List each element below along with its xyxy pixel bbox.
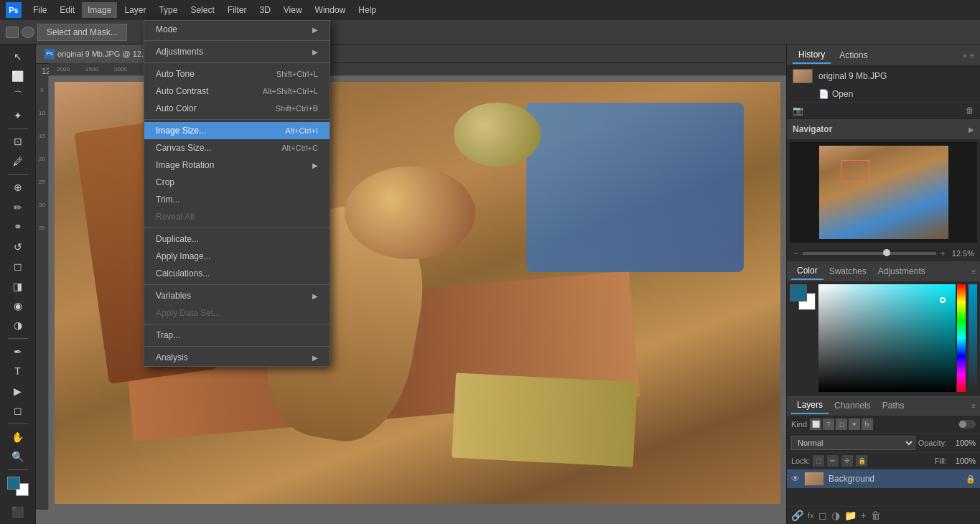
tool-pen[interactable]: ✒	[6, 342, 30, 360]
filter-smart-btn[interactable]: ✦	[849, 418, 860, 430]
menu-item-auto-color[interactable]: Auto Color Shift+Ctrl+B	[144, 100, 330, 117]
tab-layers[interactable]: Layers	[791, 397, 829, 414]
lock-image-btn[interactable]: ✏	[827, 455, 839, 467]
menu-item-crop[interactable]: Crop	[144, 174, 330, 191]
menu-item-auto-contrast[interactable]: Auto Contrast Alt+Shift+Ctrl+L	[144, 83, 330, 100]
panel-menu-btn[interactable]: ≡	[970, 51, 974, 60]
tool-shape[interactable]: ◻	[6, 401, 30, 419]
menu-layer[interactable]: Layer	[118, 2, 151, 18]
menu-type[interactable]: Type	[153, 2, 183, 18]
menu-file[interactable]: File	[27, 2, 52, 18]
menu-item-canvas-size[interactable]: Canvas Size... Alt+Ctrl+C	[144, 139, 330, 156]
color-spectrum-area[interactable]	[818, 284, 977, 392]
layer-item-background[interactable]: 👁 Background 🔒	[787, 469, 980, 488]
tool-text[interactable]: T	[6, 362, 30, 380]
menu-item-image-rotation[interactable]: Image Rotation ▶	[144, 156, 330, 174]
filter-effect-btn[interactable]: fx	[862, 418, 873, 430]
tab-channels[interactable]: Channels	[829, 398, 877, 413]
tool-hand[interactable]: ✋	[6, 428, 30, 446]
tool-history-brush[interactable]: ↺	[6, 238, 30, 256]
tool-screen-mode[interactable]: ⬛	[6, 503, 30, 521]
layer-mask-btn[interactable]: ◻	[818, 510, 827, 521]
tool-move[interactable]: ↖	[6, 47, 30, 65]
tool-crop[interactable]: ⊡	[6, 133, 30, 151]
color-gradient-box[interactable]	[818, 284, 956, 392]
tab-history[interactable]: History	[793, 47, 831, 64]
menu-item-image-size[interactable]: Image Size... Alt+Ctrl+I	[144, 122, 330, 139]
menu-edit[interactable]: Edit	[54, 2, 80, 18]
menu-item-variables[interactable]: Variables ▶	[144, 287, 330, 304]
menu-item-trim[interactable]: Trim...	[144, 191, 330, 208]
history-camera-btn[interactable]: 🗑	[966, 106, 974, 116]
toolbar-shape-rect[interactable]	[6, 27, 19, 38]
history-action-open[interactable]: 📄 Open	[787, 86, 980, 102]
select-and-mask-button[interactable]: Select and Mask...	[37, 24, 127, 41]
menu-select[interactable]: Select	[185, 2, 220, 18]
menu-view[interactable]: View	[278, 2, 308, 18]
menu-item-auto-tone[interactable]: Auto Tone Shift+Ctrl+L	[144, 65, 330, 83]
color-picker-point[interactable]	[940, 297, 946, 303]
tool-eyedropper[interactable]: 🖉	[6, 152, 30, 170]
menu-item-duplicate[interactable]: Duplicate...	[144, 230, 330, 248]
color-panel-menu[interactable]: ≡	[971, 268, 976, 276]
zoom-handle[interactable]	[883, 249, 890, 256]
menu-item-adjustments[interactable]: Adjustments ▶	[144, 43, 330, 60]
zoom-slider[interactable]	[803, 252, 936, 255]
tool-brush[interactable]: ✏	[6, 198, 30, 216]
layer-delete-btn[interactable]: 🗑	[871, 510, 881, 521]
opacity-value[interactable]: 100%	[950, 439, 976, 447]
menu-item-analysis[interactable]: Analysis ▶	[144, 349, 330, 366]
tool-lasso[interactable]: ⌒	[6, 87, 30, 105]
tool-gradient[interactable]: ◨	[6, 277, 30, 295]
layer-fx-btn[interactable]: fx	[808, 511, 814, 520]
tool-path-select[interactable]: ▶	[6, 382, 30, 400]
tab-adjustments[interactable]: Adjustments	[872, 263, 931, 279]
lock-transparent-btn[interactable]: ⬚	[813, 455, 824, 467]
menu-image[interactable]: Image	[82, 2, 117, 18]
navigator-collapse-btn[interactable]: ▶	[969, 126, 974, 134]
foreground-background-colors[interactable]	[6, 475, 30, 497]
toolbar-shape-circle[interactable]	[22, 27, 34, 38]
menu-help[interactable]: Help	[353, 2, 382, 18]
tool-magic-wand[interactable]: ✦	[6, 106, 30, 124]
tool-eraser[interactable]: ◻	[6, 257, 30, 275]
tool-clone[interactable]: ⚭	[6, 217, 30, 235]
layer-eye-icon[interactable]: 👁	[791, 474, 800, 484]
menu-window[interactable]: Window	[309, 2, 352, 18]
tool-marquee[interactable]: ⬜	[6, 67, 30, 85]
tool-dodge[interactable]: ◑	[6, 317, 30, 334]
layer-new-btn[interactable]: +	[861, 510, 867, 521]
menu-item-apply-image[interactable]: Apply Image...	[144, 248, 330, 265]
menu-item-mode[interactable]: Mode ▶	[144, 21, 330, 38]
panel-expand-btn[interactable]: »	[962, 51, 966, 60]
menu-item-calculations[interactable]: Calculations...	[144, 265, 330, 282]
menu-3d[interactable]: 3D	[253, 2, 276, 18]
fill-value[interactable]: 100%	[950, 457, 976, 465]
history-snapshot-btn[interactable]: 📷	[793, 106, 803, 116]
lock-position-btn[interactable]: ✛	[841, 455, 853, 467]
filter-toggle[interactable]	[958, 420, 976, 429]
layer-adjust-btn[interactable]: ◑	[831, 510, 840, 521]
layer-link-btn[interactable]: 🔗	[791, 510, 803, 521]
filter-shape-btn[interactable]: ◻	[836, 418, 847, 430]
menu-filter[interactable]: Filter	[222, 2, 253, 18]
blend-mode-select[interactable]: Normal	[791, 436, 915, 450]
filter-text-btn[interactable]: T	[823, 418, 834, 430]
lock-all-btn[interactable]: 🔒	[856, 455, 867, 467]
tool-blur[interactable]: ◉	[6, 296, 30, 314]
tab-swatches[interactable]: Swatches	[823, 263, 872, 279]
history-item-0[interactable]: original 9 Mb.JPG	[787, 66, 980, 86]
layers-menu-btn[interactable]: ≡	[971, 402, 976, 410]
color-alpha-bar[interactable]	[969, 284, 977, 392]
filter-pixel-btn[interactable]: ⬜	[810, 418, 821, 430]
tool-zoom[interactable]: 🔍	[6, 447, 30, 465]
color-foreground-swatch[interactable]	[790, 284, 807, 301]
color-hue-bar[interactable]	[957, 284, 966, 392]
tab-color[interactable]: Color	[791, 263, 823, 280]
tab-paths[interactable]: Paths	[877, 398, 910, 413]
tab-actions[interactable]: Actions	[834, 47, 873, 63]
foreground-color-swatch[interactable]	[7, 477, 20, 490]
tool-heal[interactable]: ⊕	[6, 179, 30, 197]
layer-group-btn[interactable]: 📁	[844, 510, 857, 521]
menu-item-trap[interactable]: Trap...	[144, 327, 330, 344]
